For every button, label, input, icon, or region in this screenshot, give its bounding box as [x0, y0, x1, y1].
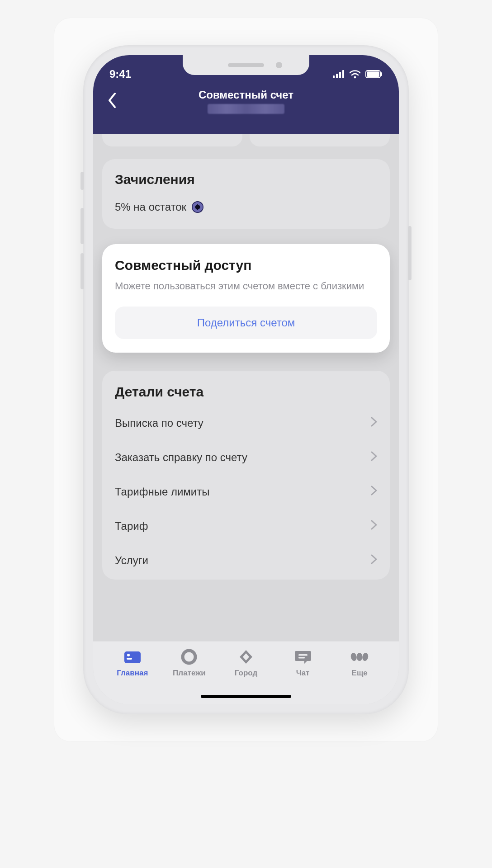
shared-access-subtitle: Можете пользоваться этим счетом вместе с…	[115, 279, 377, 293]
home-card-icon	[123, 649, 142, 665]
row-label: Услуги	[115, 554, 148, 567]
power-button	[408, 226, 412, 280]
notch	[183, 55, 309, 75]
svg-point-4	[354, 76, 356, 79]
info-icon[interactable]	[192, 201, 203, 213]
details-title: Детали счета	[102, 384, 390, 406]
tab-label: Город	[235, 669, 258, 678]
svg-point-15	[357, 653, 363, 661]
chevron-right-icon	[371, 417, 377, 429]
tab-chat[interactable]: Чат	[274, 649, 331, 678]
chevron-right-icon	[371, 451, 377, 464]
shared-access-title: Совместный доступ	[115, 258, 377, 273]
tab-payments[interactable]: Платежи	[161, 649, 218, 678]
page-subtitle-redacted	[208, 104, 284, 114]
page-title: Совместный счет	[199, 89, 293, 101]
back-button[interactable]	[102, 90, 122, 110]
nav-bar: Совместный счет	[93, 85, 399, 134]
svg-point-11	[183, 651, 195, 663]
status-indicators	[333, 70, 383, 79]
tab-home[interactable]: Главная	[104, 649, 161, 678]
tab-city[interactable]: Город	[218, 649, 274, 678]
svg-point-10	[127, 654, 130, 656]
svg-point-16	[362, 652, 369, 661]
details-row-services[interactable]: Услуги	[102, 543, 390, 578]
partial-card[interactable]	[102, 134, 242, 146]
chat-icon	[294, 649, 312, 665]
front-camera	[276, 62, 282, 68]
tab-more[interactable]: Еще	[331, 649, 388, 678]
details-row-tariff[interactable]: Тариф	[102, 509, 390, 543]
svg-rect-9	[127, 658, 132, 660]
interest-row[interactable]: 5% на остаток	[115, 201, 377, 213]
partial-card[interactable]	[250, 134, 390, 146]
svg-rect-1	[336, 74, 338, 78]
device-mockup-canvas: 9:41	[54, 18, 438, 741]
details-row-tariff-limits[interactable]: Тарифные лимиты	[102, 475, 390, 509]
chevron-left-icon	[108, 93, 117, 108]
accruals-card: Зачисления 5% на остаток	[102, 159, 390, 229]
chevron-right-icon	[371, 486, 377, 498]
tab-label: Главная	[117, 669, 148, 678]
chevron-right-icon	[371, 554, 377, 567]
payments-icon	[180, 649, 198, 665]
interest-text: 5% на остаток	[115, 201, 186, 213]
share-account-button[interactable]: Поделиться счетом	[115, 307, 377, 339]
chevron-right-icon	[371, 520, 377, 533]
cellular-icon	[333, 70, 345, 78]
svg-rect-0	[333, 75, 335, 78]
svg-rect-2	[339, 72, 341, 78]
home-indicator[interactable]	[201, 695, 291, 698]
svg-rect-3	[342, 70, 344, 78]
volume-up-button	[80, 208, 84, 244]
mute-switch	[80, 172, 84, 190]
speaker-grille	[228, 63, 264, 67]
svg-rect-8	[124, 651, 141, 663]
nav-title-wrap: Совместный счет	[199, 89, 293, 114]
status-time: 9:41	[109, 68, 131, 80]
svg-rect-7	[381, 72, 382, 76]
volume-down-button	[80, 253, 84, 289]
row-label: Тариф	[115, 520, 148, 533]
shared-access-card: Совместный доступ Можете пользоваться эт…	[102, 244, 390, 353]
city-icon	[237, 649, 255, 665]
svg-rect-13	[298, 657, 305, 659]
tab-label: Чат	[296, 669, 310, 678]
svg-point-14	[350, 652, 357, 661]
details-row-statement[interactable]: Выписка по счету	[102, 406, 390, 440]
svg-rect-12	[298, 654, 308, 656]
phone-frame: 9:41	[83, 45, 409, 714]
details-row-order-certificate[interactable]: Заказать справку по счету	[102, 440, 390, 475]
tab-label: Еще	[352, 669, 368, 678]
accruals-title: Зачисления	[115, 172, 377, 187]
account-details-card: Детали счета Выписка по счету Заказать с…	[102, 371, 390, 580]
row-label: Заказать справку по счету	[115, 451, 247, 464]
row-label: Тарифные лимиты	[115, 486, 210, 498]
content-area[interactable]: Зачисления 5% на остаток Совместный дост…	[93, 134, 399, 641]
svg-rect-6	[367, 71, 379, 77]
screen: 9:41	[93, 55, 399, 704]
row-label: Выписка по счету	[115, 417, 203, 429]
more-icon	[350, 649, 369, 665]
wifi-icon	[349, 70, 361, 79]
battery-icon	[365, 70, 383, 78]
tab-label: Платежи	[173, 669, 206, 678]
partial-cards-row	[102, 134, 390, 146]
